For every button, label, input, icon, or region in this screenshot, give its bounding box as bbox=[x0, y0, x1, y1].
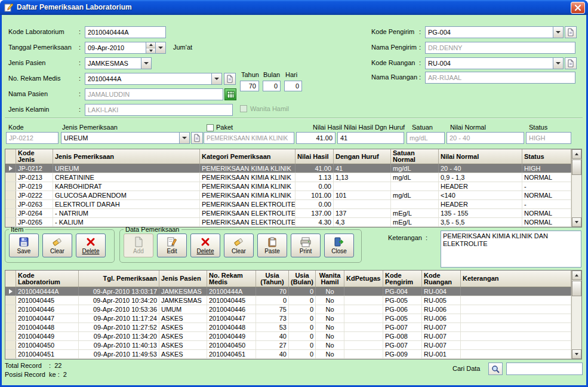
column-header[interactable]: Kategori Pemeriksaan bbox=[200, 149, 295, 164]
scroll-down-button[interactable] bbox=[572, 349, 581, 359]
cell-tgl-pemeriksaan: 09-Apr-2010 11:27:52 bbox=[79, 323, 159, 331]
wanita-hamil-label: Wanita Hamil bbox=[250, 105, 289, 113]
scroll-thumb[interactable] bbox=[572, 159, 581, 175]
cell-kdpetugas bbox=[344, 296, 383, 305]
kode-pengirim-combo[interactable]: PG-004 bbox=[425, 26, 564, 38]
combo-arrow-button[interactable] bbox=[211, 73, 221, 84]
hasil-grid-row[interactable]: JP-0263 ELEKTROLIT DARAH PEMERIKSAAN ELE… bbox=[5, 200, 571, 209]
column-header[interactable]: Usia (Bulan) bbox=[289, 271, 316, 287]
nilai-normal-field[interactable] bbox=[447, 132, 524, 144]
search-button[interactable] bbox=[488, 363, 503, 375]
scroll-thumb[interactable] bbox=[572, 281, 581, 296]
scroll-up-button[interactable] bbox=[572, 271, 581, 280]
entry-kode-field[interactable] bbox=[6, 132, 59, 144]
combo-arrow-button[interactable] bbox=[553, 58, 563, 69]
column-header[interactable]: Nilai Hasil bbox=[295, 149, 334, 164]
daftar-grid-row[interactable]: 2010040444A 09-Apr-2010 13:03:17 JAMKESM… bbox=[5, 287, 571, 296]
kode-ruangan-combo[interactable]: RU-004 bbox=[425, 57, 564, 69]
vertical-scrollbar[interactable] bbox=[571, 149, 581, 227]
daftar-grid-row[interactable]: 2010040445 09-Apr-2010 10:34:20 JAMKESMA… bbox=[5, 296, 571, 305]
print-button[interactable]: Print bbox=[291, 234, 321, 257]
tanggal-pemeriksaan-field[interactable]: 09-Apr-2010 bbox=[85, 42, 166, 54]
hasil-grid-row[interactable]: JP-0219 KARBOHIDRAT PEMERIKSAAN KIMIA KL… bbox=[5, 182, 571, 191]
add-button[interactable]: Add bbox=[124, 234, 153, 257]
daftar-grid-row[interactable]: 2010040450 09-Apr-2010 11:40:13 ASKES 20… bbox=[5, 341, 571, 350]
paket-checkbox[interactable] bbox=[207, 124, 214, 131]
daftar-grid-row[interactable]: 2010040448 09-Apr-2010 11:27:52 ASKES 20… bbox=[5, 323, 571, 332]
no-rekam-medis-combo[interactable]: 20100444A bbox=[85, 73, 222, 85]
pengirim-lookup-button[interactable] bbox=[565, 26, 577, 38]
status-field[interactable] bbox=[526, 132, 571, 144]
hasil-grid-row[interactable]: JP-0213 CREATININE PEMERIKSAAN KIMIA KLI… bbox=[5, 173, 571, 182]
usia-hari-field[interactable] bbox=[284, 81, 302, 91]
column-header[interactable]: Dengan Huruf bbox=[334, 149, 391, 164]
hasil-grid-row[interactable]: JP-0212 UREUM PEMERIKSAAN KIMIA KLINIK 4… bbox=[5, 164, 571, 173]
date-spinner[interactable] bbox=[146, 42, 155, 53]
dengan-huruf-field[interactable] bbox=[337, 132, 404, 144]
combo-arrow-button[interactable] bbox=[179, 133, 189, 143]
satuan-field[interactable] bbox=[407, 132, 445, 144]
hasil-grid-row[interactable]: JP-0264 - NATRIUM PEMERIKSAAN ELEKTROLIT… bbox=[5, 209, 571, 218]
paste-button[interactable]: Paste bbox=[257, 234, 287, 257]
close-button[interactable]: Close bbox=[324, 234, 354, 257]
nama-ruangan-field[interactable] bbox=[425, 72, 575, 84]
hasil-grid-row[interactable]: JP-0222 GLUCOSA ADRENDOM PEMERIKSAAN KIM… bbox=[5, 191, 571, 200]
column-header[interactable]: Kode Jenis bbox=[16, 149, 53, 164]
jenis-kelamin-field[interactable] bbox=[85, 104, 233, 116]
kode-laboratorium-field[interactable] bbox=[85, 26, 166, 38]
rekam-medis-lookup-button[interactable] bbox=[224, 73, 236, 85]
delete-data-button[interactable]: Delete bbox=[190, 234, 220, 257]
kategori-field[interactable] bbox=[204, 132, 294, 144]
clear-data-button[interactable]: Clear bbox=[224, 234, 254, 257]
nilai-hasil-field[interactable] bbox=[296, 132, 335, 144]
column-header[interactable]: KdPetugas bbox=[344, 271, 383, 287]
jenis-pemeriksaan-lookup-button[interactable] bbox=[191, 132, 203, 144]
patient-view-button[interactable] bbox=[224, 88, 236, 100]
row-selector bbox=[5, 164, 16, 173]
jenis-pasien-combo[interactable]: JAMKESMAS bbox=[85, 57, 152, 69]
nama-pasien-field[interactable] bbox=[85, 88, 223, 100]
usia-tahun-field[interactable] bbox=[240, 81, 259, 91]
column-header[interactable]: Jenis Pemeriksaan bbox=[53, 149, 200, 164]
column-header[interactable]: Wanita Hamil bbox=[316, 271, 344, 287]
ruangan-lookup-button[interactable] bbox=[565, 57, 577, 69]
nama-pengirim-field[interactable] bbox=[425, 42, 575, 54]
close-window-button[interactable] bbox=[571, 2, 585, 14]
daftar-grid-row[interactable]: 2010040451 09-Apr-2010 11:49:53 ASKES 20… bbox=[5, 350, 571, 359]
scroll-down-button[interactable] bbox=[572, 217, 581, 227]
daftar-grid-row[interactable]: 2010040449 09-Apr-2010 11:34:20 ASKES 20… bbox=[5, 332, 571, 341]
save-button[interactable]: Save bbox=[9, 234, 39, 257]
keterangan-field[interactable]: PEMERIKSAAN KIMIA KLINIK DAN ELEKTROLITE bbox=[441, 231, 581, 268]
daftar-grid-row[interactable]: 2010040446 09-Apr-2010 10:53:36 UMUM 201… bbox=[5, 305, 571, 314]
spin-up-button[interactable] bbox=[146, 42, 155, 48]
status-label: Status bbox=[529, 124, 547, 131]
usia-bulan-field[interactable] bbox=[263, 81, 281, 91]
dengan-huruf-label: Nilai Hasil Dgn Huruf bbox=[344, 124, 405, 131]
calendar-dropdown-button[interactable] bbox=[155, 42, 165, 53]
column-header[interactable]: Nilai Normal bbox=[439, 149, 522, 164]
combo-arrow-button[interactable] bbox=[141, 58, 151, 69]
column-header[interactable]: Jenis Pasien bbox=[159, 271, 207, 287]
column-header[interactable]: Kode Laboratorium bbox=[16, 271, 79, 287]
vertical-scrollbar[interactable] bbox=[571, 271, 581, 359]
edit-button[interactable]: Edit bbox=[157, 234, 187, 257]
daftar-grid-row[interactable]: 2010040447 09-Apr-2010 11:17:24 ASKES 20… bbox=[5, 314, 571, 323]
column-header[interactable]: No. Rekam Medis bbox=[207, 271, 256, 287]
column-header[interactable]: Status bbox=[522, 149, 571, 164]
column-header[interactable]: Kode Ruangan bbox=[422, 271, 461, 287]
column-header[interactable]: Kode Pengirim bbox=[383, 271, 422, 287]
column-header[interactable]: Keterangan bbox=[461, 271, 571, 287]
column-header[interactable]: Satuan Normal bbox=[391, 149, 439, 164]
column-header[interactable]: Usia (Tahun) bbox=[256, 271, 289, 287]
jenis-pemeriksaan-combo[interactable]: UREUM bbox=[61, 132, 190, 144]
delete-item-button[interactable]: Delete bbox=[76, 234, 106, 257]
wanita-hamil-checkbox[interactable] bbox=[240, 105, 247, 112]
column-header[interactable]: Tgl. Pemeriksaan bbox=[79, 271, 159, 287]
colon: : bbox=[79, 75, 81, 82]
search-input[interactable] bbox=[506, 363, 583, 375]
clear-item-button[interactable]: Clear bbox=[42, 234, 72, 257]
scroll-up-button[interactable] bbox=[572, 149, 581, 159]
spin-down-button[interactable] bbox=[146, 48, 155, 54]
cell-kode-pengirim: PG-007 bbox=[383, 341, 422, 349]
combo-arrow-button[interactable] bbox=[553, 27, 563, 38]
